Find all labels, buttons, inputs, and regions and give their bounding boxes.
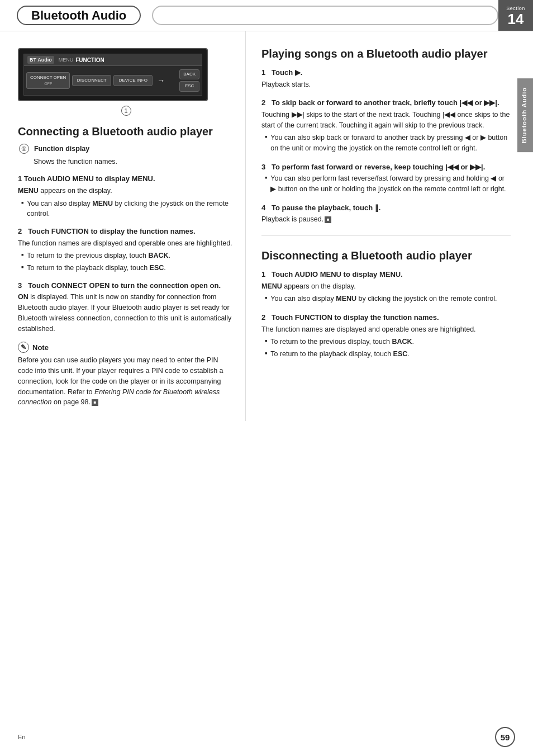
device-disconnect-btn[interactable]: DISCONNECT <box>72 75 111 86</box>
page-footer: En 59 <box>0 727 533 747</box>
disconnecting-heading: Disconnecting a Bluetooth audio player <box>261 249 511 262</box>
note-icon: ✎ <box>18 342 29 353</box>
right-column: Playing songs on a Bluetooth audio playe… <box>246 31 533 421</box>
device-function-label: FUNCTION <box>75 57 104 63</box>
r-step1-p1: Playback starts. <box>261 79 511 90</box>
d-step2-p1: The function names are displayed and ope… <box>261 324 511 335</box>
device-device-info-btn[interactable]: DEVICE INFO <box>113 75 153 86</box>
step3-p1: ON is displayed. This unit is now on sta… <box>18 292 234 334</box>
r-step4-p1: Playback is paused.■ <box>261 214 511 225</box>
r-step3-heading: 3 To perform fast forward or reverse, ke… <box>261 162 511 173</box>
section-number: 14 <box>508 11 524 27</box>
r-step2-bullet1: You can also skip back or forward to ano… <box>261 133 511 154</box>
page-header: Bluetooth Audio Section 14 <box>0 0 533 31</box>
device-back-btn[interactable]: BACK <box>179 69 199 79</box>
device-menu-label: MENU <box>59 57 74 63</box>
step1-bullet1-text: You can also display MENU by clicking th… <box>27 199 234 220</box>
device-ui-inner: BT Audio MENU FUNCTION CONNECT OPEN OFF … <box>23 54 202 96</box>
callout-line: 1 <box>18 106 234 116</box>
step2-p1: The function names are displayed and ope… <box>18 238 234 249</box>
section-badge: Section 14 <box>498 0 533 31</box>
end-symbol: ■ <box>92 399 98 406</box>
device-connect-btn[interactable]: CONNECT OPEN OFF <box>26 72 70 88</box>
r-step2-bullet1-text: You can also skip back or forward to ano… <box>270 133 511 154</box>
step3-heading: 3 Touch CONNECT OPEN to turn the con­nec… <box>18 280 234 291</box>
device-ui-screenshot: BT Audio MENU FUNCTION CONNECT OPEN OFF … <box>18 48 208 101</box>
note-title: ✎ Note <box>18 342 234 353</box>
d-step2-heading: 2 Touch FUNCTION to display the func­tio… <box>261 312 511 323</box>
r-step2-p1: Touching ▶▶| skips to the start of the n… <box>261 110 511 131</box>
pause-end-symbol: ■ <box>325 216 331 223</box>
footer-lang: En <box>18 734 25 740</box>
step1-bullet1: You can also display MENU by clicking th… <box>18 199 234 220</box>
d-step1-heading: 1 Touch AUDIO MENU to display MENU. <box>261 269 511 280</box>
page-title: Bluetooth Audio <box>31 8 126 23</box>
step1-heading: 1 Touch AUDIO MENU to display MENU. <box>18 173 234 185</box>
page-title-box: Bluetooth Audio <box>17 6 141 25</box>
function-display-label: ① Function display <box>18 144 234 154</box>
device-buttons-row: CONNECT OPEN OFF DISCONNECT DEVICE INFO … <box>24 66 202 95</box>
connecting-section-heading: Connecting a Bluetooth audio player <box>18 125 234 138</box>
side-tab: Bluetooth Audio <box>517 78 533 152</box>
left-column: BT Audio MENU FUNCTION CONNECT OPEN OFF … <box>0 31 246 421</box>
section-divider <box>261 235 511 235</box>
function-display-circle: ① <box>19 144 29 154</box>
note-box: ✎ Note Before you can use audio players … <box>18 342 234 408</box>
function-display-desc: Shows the function names. <box>18 157 234 167</box>
device-bt-badge: BT Audio <box>27 56 54 64</box>
device-back-esc: BACK ESC <box>179 69 199 92</box>
device-top-bar: BT Audio MENU FUNCTION <box>24 54 202 66</box>
d-step2-bullet2-text: To return to the playback display, touch… <box>270 349 410 360</box>
function-display-title: Function display <box>34 145 89 153</box>
d-step2-bullet1-text: To return to the previous display, touch… <box>270 337 414 347</box>
main-content: BT Audio MENU FUNCTION CONNECT OPEN OFF … <box>0 31 533 421</box>
r-step1-heading: 1 Touch ▶. <box>261 67 511 78</box>
r-step2-heading: 2 To skip back or forward to another tra… <box>261 97 511 108</box>
step2-bullet1-text: To return to the previous display, touch… <box>27 251 170 261</box>
step2-bullet1: To return to the previous display, touch… <box>18 251 234 261</box>
r-step3-bullet1-text: You can also perform fast reverse/fast f… <box>270 173 511 195</box>
note-text: Before you can use audio players you may… <box>18 355 234 408</box>
d-step1-bullet1: You can also display MENU by clicking th… <box>261 294 511 304</box>
d-step2-bullet1: To return to the previous display, touch… <box>261 337 511 347</box>
step2-bullet2-text: To return to the playback display, touch… <box>27 263 166 273</box>
callout-number: 1 <box>121 106 131 116</box>
step1-p1: MENU appears on the display. <box>18 186 234 196</box>
device-esc-btn[interactable]: ESC <box>179 81 199 91</box>
d-step1-bullet1-text: You can also display MENU by clicking th… <box>270 294 497 304</box>
r-step4-heading: 4 To pause the playback, touch ‖. <box>261 202 511 214</box>
d-step2-bullet2: To return to the playback display, touch… <box>261 349 511 360</box>
r-step3-bullet1: You can also perform fast reverse/fast f… <box>261 173 511 195</box>
footer-page-number: 59 <box>495 727 515 747</box>
step2-bullet2: To return to the playback display, touch… <box>18 263 234 273</box>
device-arrow-icon: → <box>157 76 165 85</box>
playing-songs-heading: Playing songs on a Bluetooth audio playe… <box>261 47 511 60</box>
d-step1-p1: MENU appears on the display. <box>261 281 511 292</box>
header-spacer <box>152 6 498 25</box>
step2-heading: 2 Touch FUNCTION to display the func­tio… <box>18 226 234 237</box>
